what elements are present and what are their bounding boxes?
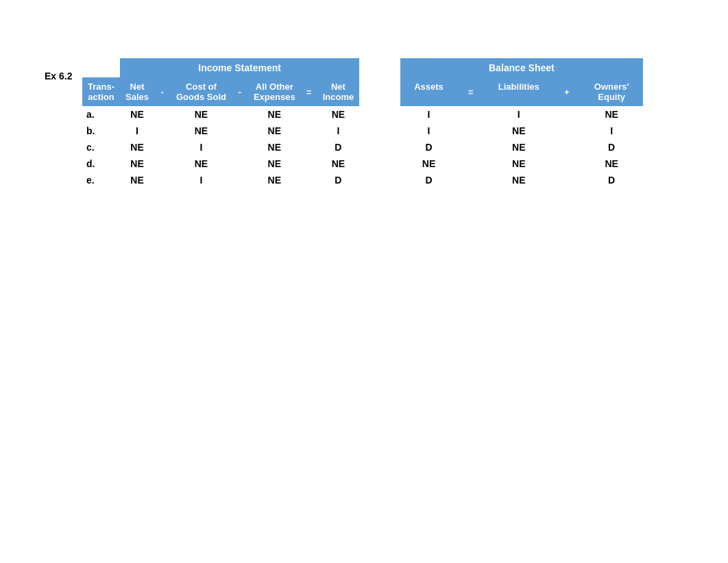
- col-liabilities: Liabilities: [485, 77, 553, 106]
- bs-d-assets: NE: [400, 155, 457, 172]
- table-row: I I NE: [400, 106, 642, 123]
- bs-a-liabilities: I: [485, 106, 553, 123]
- bs-d-op1: [457, 155, 485, 172]
- table-row: D NE D: [400, 139, 642, 155]
- is-e-op3: [301, 172, 317, 188]
- is-d-op1: [154, 155, 171, 172]
- is-d-op2: [232, 155, 248, 172]
- op-equals-1: =: [301, 77, 317, 106]
- is-b-op1: [154, 123, 171, 139]
- row-label-e: e.: [82, 172, 120, 188]
- bs-d-equity: NE: [581, 155, 643, 172]
- row-label-d: d.: [82, 155, 120, 172]
- op-plus: +: [553, 77, 581, 106]
- is-a-op1: [154, 106, 171, 123]
- is-a-net-sales: NE: [120, 106, 154, 123]
- is-d-other-exp: NE: [248, 155, 301, 172]
- op-minus-1: -: [154, 77, 171, 106]
- col-cogs: Cost of Goods Sold: [171, 77, 232, 106]
- is-c-op1: [154, 139, 171, 155]
- bs-c-equity: D: [581, 139, 643, 155]
- is-b-net-income: I: [317, 123, 360, 139]
- bs-b-assets: I: [400, 123, 457, 139]
- col-other-exp: All Other Expenses: [248, 77, 301, 106]
- bs-c-liabilities: NE: [485, 139, 553, 155]
- balance-sheet-table: Balance Sheet Assets = Liabilities + Own…: [400, 58, 642, 188]
- row-label-b: b.: [82, 123, 120, 139]
- is-e-op1: [154, 172, 171, 188]
- is-d-op3: [301, 155, 317, 172]
- table-row: a. NE NE NE NE: [82, 106, 359, 123]
- bs-e-op1: [457, 172, 485, 188]
- table-row: e. NE I NE D: [82, 172, 359, 188]
- bs-a-op2: [553, 106, 581, 123]
- is-c-op2: [232, 139, 248, 155]
- is-a-op3: [301, 106, 317, 123]
- col-assets: Assets: [400, 77, 457, 106]
- is-c-op3: [301, 139, 317, 155]
- bs-a-equity: NE: [581, 106, 643, 123]
- is-a-net-income: NE: [317, 106, 360, 123]
- is-e-op2: [232, 172, 248, 188]
- table-row: D NE D: [400, 172, 642, 188]
- balance-sheet-title: Balance Sheet: [400, 58, 642, 77]
- ex-label: Ex 6.2: [45, 58, 82, 82]
- is-a-other-exp: NE: [248, 106, 301, 123]
- bs-b-op2: [553, 123, 581, 139]
- table-row: I NE I: [400, 123, 642, 139]
- is-d-net-income: NE: [317, 155, 360, 172]
- col-equity: Owners' Equity: [581, 77, 643, 106]
- table-row: b. I NE NE I: [82, 123, 359, 139]
- table-row: NE NE NE: [400, 155, 642, 172]
- is-b-op2: [232, 123, 248, 139]
- is-c-cogs: I: [171, 139, 232, 155]
- op-equals-2: =: [457, 77, 485, 106]
- bs-b-op1: [457, 123, 485, 139]
- is-b-op3: [301, 123, 317, 139]
- bs-b-equity: I: [581, 123, 643, 139]
- bs-e-op2: [553, 172, 581, 188]
- is-e-other-exp: NE: [248, 172, 301, 188]
- row-label-c: c.: [82, 139, 120, 155]
- is-d-cogs: NE: [171, 155, 232, 172]
- row-label-a: a.: [82, 106, 120, 123]
- col-net-sales: Net Sales: [120, 77, 154, 106]
- is-a-op2: [232, 106, 248, 123]
- page-container: Ex 6.2 Income Statement Trans- action Ne…: [0, 0, 728, 188]
- is-e-net-income: D: [317, 172, 360, 188]
- is-b-net-sales: I: [120, 123, 154, 139]
- is-c-net-income: D: [317, 139, 360, 155]
- bs-e-assets: D: [400, 172, 457, 188]
- bs-c-op2: [553, 139, 581, 155]
- bs-c-op1: [457, 139, 485, 155]
- bs-c-assets: D: [400, 139, 457, 155]
- is-a-cogs: NE: [171, 106, 232, 123]
- table-row: c. NE I NE D: [82, 139, 359, 155]
- is-c-other-exp: NE: [248, 139, 301, 155]
- income-statement-table: Income Statement Trans- action Net Sales…: [82, 58, 359, 188]
- bs-d-liabilities: NE: [485, 155, 553, 172]
- col-transaction: Trans- action: [82, 77, 120, 106]
- is-b-cogs: NE: [171, 123, 232, 139]
- col-net-income: Net Income: [317, 77, 360, 106]
- is-b-other-exp: NE: [248, 123, 301, 139]
- is-e-net-sales: NE: [120, 172, 154, 188]
- op-minus-2: -: [232, 77, 248, 106]
- bs-e-liabilities: NE: [485, 172, 553, 188]
- income-statement-title: Income Statement: [120, 58, 359, 77]
- is-e-cogs: I: [171, 172, 232, 188]
- table-row: d. NE NE NE NE: [82, 155, 359, 172]
- bs-d-op2: [553, 155, 581, 172]
- is-c-net-sales: NE: [120, 139, 154, 155]
- bs-e-equity: D: [581, 172, 643, 188]
- bs-a-assets: I: [400, 106, 457, 123]
- bs-a-op1: [457, 106, 485, 123]
- bs-b-liabilities: NE: [485, 123, 553, 139]
- is-d-net-sales: NE: [120, 155, 154, 172]
